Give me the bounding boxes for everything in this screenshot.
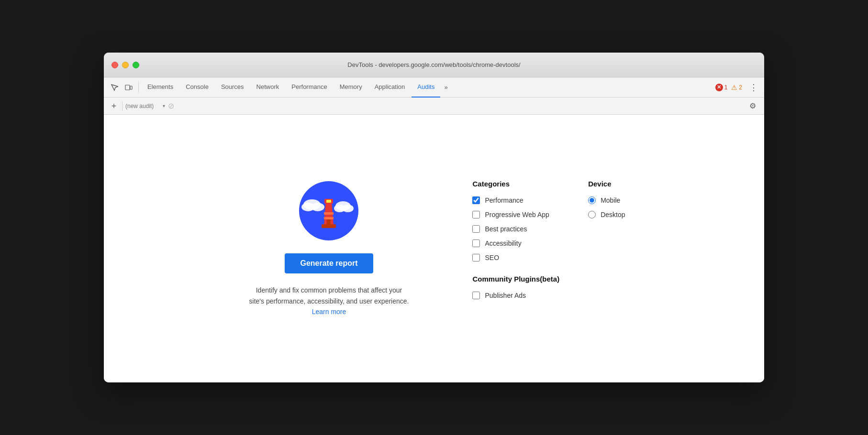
tab-performance[interactable]: Performance [286, 77, 333, 98]
svg-rect-14 [324, 212, 334, 215]
community-checkbox-list: Publisher Ads [472, 292, 559, 299]
warning-badge: ⚠ 2 [731, 84, 742, 91]
tab-audits[interactable]: Audits [412, 77, 440, 98]
checkbox-item-performance[interactable]: Performance [472, 196, 559, 204]
tab-application[interactable]: Application [369, 77, 411, 98]
error-badge: ✕ 1 [715, 84, 728, 91]
error-count: 1 [724, 84, 728, 91]
device-title: Device [588, 180, 625, 188]
more-options-button[interactable]: ⋮ [747, 81, 760, 94]
svg-rect-1 [130, 86, 132, 89]
tab-elements[interactable]: Elements [142, 77, 179, 98]
tab-memory[interactable]: Memory [334, 77, 368, 98]
community-title: Community Plugins(beta) [472, 275, 559, 283]
radio-item-desktop[interactable]: Desktop [588, 211, 625, 218]
radio-item-mobile[interactable]: Mobile [588, 196, 625, 204]
devtools-toolbar: Elements Console Sources Network Perform… [104, 77, 764, 98]
left-panel: Generate report Identify and fix common … [243, 180, 415, 317]
checkbox-pwa[interactable] [472, 211, 480, 218]
device-radio-list: Mobile Desktop [588, 196, 625, 218]
svg-rect-11 [326, 200, 331, 203]
svg-rect-13 [327, 219, 331, 225]
checkbox-label-performance: Performance [485, 196, 523, 204]
radio-desktop[interactable] [588, 211, 596, 218]
checkbox-item-pwa[interactable]: Progressive Web App [472, 211, 559, 218]
checkbox-label-best-practices: Best practices [485, 225, 527, 233]
community-section: Community Plugins(beta) Publisher Ads [472, 275, 559, 299]
audit-toolbar: + (new audit) ▾ ⊘ ⚙ [104, 98, 764, 115]
categories-section: Categories Performance Progressive Web A… [472, 180, 559, 299]
checkbox-accessibility[interactable] [472, 239, 480, 247]
maximize-button[interactable] [133, 62, 139, 68]
checkbox-seo[interactable] [472, 254, 480, 261]
audit-toolbar-divider [122, 101, 122, 111]
warning-icon: ⚠ [731, 84, 737, 91]
categories-title: Categories [472, 180, 559, 188]
description-text: Identify and fix common problems that af… [247, 285, 410, 317]
toolbar-divider [138, 82, 139, 93]
main-content: Generate report Identify and fix common … [104, 115, 764, 382]
checkbox-item-best-practices[interactable]: Best practices [472, 225, 559, 233]
window-title: DevTools - developers.google.com/web/too… [347, 61, 520, 68]
learn-more-link[interactable]: Learn more [312, 308, 346, 315]
checkbox-item-seo[interactable]: SEO [472, 254, 559, 261]
more-tabs-button[interactable]: » [441, 81, 450, 94]
checkbox-best-practices[interactable] [472, 225, 480, 233]
checkbox-publisher-ads[interactable] [472, 292, 480, 299]
audit-layout: Generate report Identify and fix common … [195, 180, 673, 317]
close-button[interactable] [111, 62, 118, 68]
devtools-window: DevTools - developers.google.com/web/too… [104, 53, 764, 382]
inspect-element-icon[interactable] [108, 81, 121, 94]
settings-gear-button[interactable]: ⚙ [746, 99, 759, 113]
right-panel: Categories Performance Progressive Web A… [472, 180, 625, 299]
new-audit-add-button[interactable]: + [109, 101, 119, 111]
categories-checkbox-list: Performance Progressive Web App Best pra… [472, 196, 559, 261]
radio-label-desktop: Desktop [601, 211, 625, 218]
warning-count: 2 [739, 84, 742, 91]
svg-rect-15 [324, 217, 334, 219]
minimize-button[interactable] [122, 62, 129, 68]
traffic-lights [111, 62, 139, 68]
checkbox-label-accessibility: Accessibility [485, 239, 521, 247]
checkbox-label-pwa: Progressive Web App [485, 211, 549, 218]
radio-mobile[interactable] [588, 196, 596, 204]
audit-select-wrap: (new audit) ▾ [125, 103, 165, 109]
checkbox-item-accessibility[interactable]: Accessibility [472, 239, 559, 247]
svg-rect-0 [125, 85, 130, 90]
device-section: Device Mobile Desktop [588, 180, 625, 299]
svg-point-8 [342, 205, 354, 212]
tab-network[interactable]: Network [251, 77, 285, 98]
no-entry-icon[interactable]: ⊘ [168, 101, 174, 110]
checkbox-label-seo: SEO [485, 254, 499, 261]
svg-point-5 [311, 203, 324, 211]
title-bar: DevTools - developers.google.com/web/too… [104, 53, 764, 77]
generate-report-button[interactable]: Generate report [285, 253, 373, 273]
tab-console[interactable]: Console [180, 77, 214, 98]
checkbox-label-publisher-ads: Publisher Ads [485, 292, 526, 299]
error-icon: ✕ [715, 84, 723, 91]
device-toolbar-icon[interactable] [122, 81, 135, 94]
checkbox-performance[interactable] [472, 196, 480, 204]
chevron-down-icon: ▾ [163, 103, 165, 109]
tab-sources[interactable]: Sources [215, 77, 250, 98]
audit-select[interactable]: (new audit) [125, 103, 161, 109]
radio-label-mobile: Mobile [601, 196, 620, 204]
checkbox-item-publisher-ads[interactable]: Publisher Ads [472, 292, 559, 299]
lighthouse-logo [298, 180, 360, 242]
